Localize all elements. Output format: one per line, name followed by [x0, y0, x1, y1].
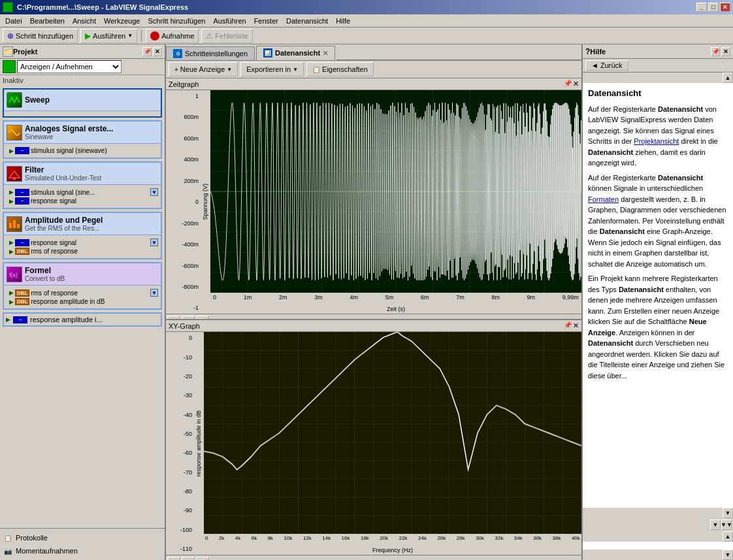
minimize-btn[interactable]: _: [696, 3, 707, 12]
new-display-btn[interactable]: + Neue Anzeige ▼: [169, 62, 238, 76]
menu-ansicht[interactable]: Ansicht: [69, 14, 100, 27]
amp-subtitle: Get the RMS of the Res...: [25, 225, 103, 232]
amp-play-btn-1[interactable]: ▶: [9, 239, 14, 246]
xy-canvas: [204, 332, 581, 534]
analog-play-btn[interactable]: ▶: [9, 148, 14, 154]
menu-datenansicht[interactable]: Datenansicht: [282, 14, 332, 27]
protokolle-item[interactable]: 📋 Protokolle: [3, 531, 162, 544]
help-back-btn[interactable]: ◄ Zurück: [585, 60, 628, 71]
help-content-2: XY-Graph-Anzeige Zeigt XY-Signale an. Fü…: [583, 542, 733, 550]
help-controls[interactable]: 📌 ✕: [711, 47, 730, 56]
tab-datenansicht[interactable]: 📊 Datenansicht ✕: [256, 46, 335, 60]
time-chart-controls[interactable]: 📌 ✕: [564, 80, 579, 88]
svg-rect-3: [13, 220, 16, 228]
help-para-2: Auf der Registerkarte Datenansicht könne…: [588, 173, 728, 270]
amp-dropdown-1[interactable]: ▼: [150, 239, 158, 246]
xy-graph-toolbar: ⊡ + 📈: [166, 555, 581, 560]
project-panel-controls[interactable]: 📌 ✕: [142, 47, 162, 56]
right-panel: ? Hilfe 📌 ✕ ◄ Zurück ▲ Datenansicht Auf …: [583, 44, 733, 560]
toolbar-separator: [141, 30, 142, 42]
steps-container: Sweep Analoges Signal erste... Sinewave …: [0, 86, 165, 528]
maximize-btn[interactable]: □: [708, 3, 719, 12]
properties-btn[interactable]: 📋 Eigenschaften: [306, 62, 374, 76]
response-play-btn[interactable]: ▶: [6, 316, 10, 323]
filter-play-btn-2[interactable]: ▶: [9, 198, 14, 205]
xy-close-icon[interactable]: ✕: [573, 321, 579, 330]
help-toolbar: ◄ Zurück: [583, 59, 733, 73]
wave-badge-1: ~: [15, 147, 29, 154]
time-y-label-container: Spannung (V): [200, 90, 210, 314]
filter-dropdown-1[interactable]: ▼: [150, 188, 158, 196]
time-chart-area: [210, 90, 581, 293]
project-close-btn[interactable]: ✕: [153, 47, 162, 56]
step-filter: Filter Simulated Unit-Under-Test ▶ ~ sti…: [3, 161, 162, 209]
amp-icon: [7, 216, 22, 232]
help-scroll-controls: ▼ ▼▼: [583, 518, 733, 531]
xy-graph-btn3[interactable]: 📈: [196, 557, 209, 560]
xy-y-label: response amplitude in dB: [195, 410, 202, 477]
menu-ausfuehren[interactable]: Ausführen: [209, 14, 250, 27]
help-pin-btn[interactable]: 📌: [711, 47, 720, 56]
time-pin-icon[interactable]: 📌: [564, 80, 572, 88]
formula-play-btn-1[interactable]: ▶: [9, 289, 14, 296]
add-step-toolbar-btn[interactable]: ⊕ Schritt hinzufügen: [3, 29, 78, 43]
help-section2-scroll-up[interactable]: ▲: [723, 531, 733, 542]
error-list-toolbar-btn[interactable]: ⚠ Fehlerliste: [201, 29, 253, 43]
step-formula: f(x) Formel Convert to dB ▶ DBL rms of r…: [3, 262, 162, 310]
step-amplitude: Amplitude und Pegel Get the RMS of the R…: [3, 212, 162, 259]
project-title: Projekt: [13, 48, 37, 56]
dbl-badge-2: DBL: [15, 289, 29, 297]
y-tick-8: -400m: [167, 241, 199, 248]
xy-chart-controls[interactable]: 📌 ✕: [564, 321, 579, 330]
window-controls[interactable]: _ □ ✕: [696, 3, 730, 12]
amp-signal-2: rms of response: [31, 248, 158, 255]
menu-schritt-hinzufuegen[interactable]: Schritt hinzufügen: [144, 14, 209, 27]
formula-dropdown-1[interactable]: ▼: [150, 289, 158, 297]
menu-bearbeiten[interactable]: Bearbeiten: [26, 14, 69, 27]
time-close-icon[interactable]: ✕: [573, 80, 579, 88]
tab-close-icon[interactable]: ✕: [323, 50, 328, 57]
help-scroll-bottom[interactable]: ▼▼: [721, 519, 732, 530]
formula-play-btn-2[interactable]: ▶: [9, 299, 14, 305]
menu-hilfe[interactable]: Hilfe: [332, 14, 354, 27]
y-tick-6: 0: [167, 199, 199, 205]
xy-x-axis: 02k4k6k8k10k12k14k16k18k20k22k24k26k28k3…: [204, 534, 581, 547]
run-toolbar-btn[interactable]: ▶ Ausführen ▼: [80, 29, 137, 43]
xy-pin-icon[interactable]: 📌: [564, 321, 572, 330]
menu-fenster[interactable]: Fenster: [250, 14, 282, 27]
close-btn[interactable]: ✕: [720, 3, 730, 12]
project-panel-header: 📁 Projekt 📌 ✕: [0, 44, 165, 59]
export-dropdown[interactable]: ▼: [293, 67, 298, 73]
pin-btn[interactable]: 📌: [142, 47, 152, 56]
formula-signal-1: rms of response: [31, 289, 149, 297]
menu-werkzeuge[interactable]: Werkzeuge: [100, 14, 144, 27]
help-close-btn[interactable]: ✕: [721, 47, 730, 56]
momentaufnahmen-item[interactable]: 📷 Momentaufnahmen: [3, 544, 162, 557]
analog-title: Analoges Signal erste...: [25, 124, 113, 133]
left-panel: 📁 Projekt 📌 ✕ Anzeigen / Aufnehmen Inakt…: [0, 44, 166, 560]
menu-datei[interactable]: Datei: [1, 14, 26, 27]
help-scroll-down-2[interactable]: ▼: [710, 519, 721, 530]
app-icon: [3, 2, 13, 12]
amp-play-btn-2[interactable]: ▶: [9, 248, 14, 255]
export-btn[interactable]: Exportieren in ▼: [240, 62, 304, 76]
new-display-dropdown[interactable]: ▼: [227, 67, 232, 73]
help-link-1[interactable]: Projektansicht: [634, 137, 679, 145]
help-para-3: Ein Projekt kann mehrere Registerkarten …: [588, 273, 728, 381]
tab-schritteinstellungen[interactable]: ⚙ Schritteinstellungen: [166, 46, 255, 60]
error-icon: ⚠: [206, 31, 213, 41]
time-y-label: Spannung (V): [202, 184, 208, 220]
tab-data-icon: 📊: [263, 48, 272, 58]
xy-zoom-in-btn[interactable]: +: [182, 557, 195, 560]
help-scroll-down[interactable]: ▼: [723, 508, 733, 518]
protokolle-icon: 📋: [3, 533, 13, 543]
help-scroll-up[interactable]: ▲: [723, 73, 733, 83]
record-toolbar-btn[interactable]: Aufnahme: [146, 29, 199, 43]
filter-play-btn-1[interactable]: ▶: [9, 189, 14, 195]
xy-chart-title: XY-Graph: [169, 322, 200, 330]
help-link-2[interactable]: Formaten: [588, 195, 619, 203]
help-section2-scroll-down[interactable]: ▼: [723, 550, 733, 560]
xy-y-label-container: response amplitude in dB: [193, 332, 204, 555]
xy-zoom-fit-btn[interactable]: ⊡: [167, 557, 180, 560]
project-mode-select[interactable]: Anzeigen / Aufnehmen: [17, 60, 122, 73]
